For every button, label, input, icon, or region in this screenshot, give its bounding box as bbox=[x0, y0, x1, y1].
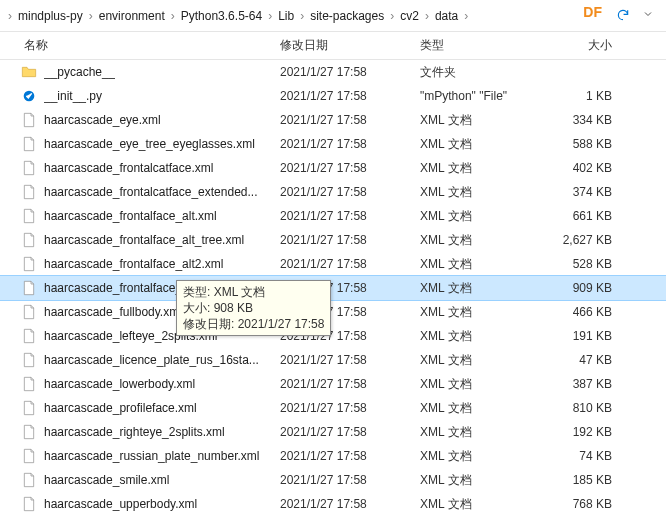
table-row[interactable]: haarcascade_eye_tree_eyeglasses.xml2021/… bbox=[0, 132, 666, 156]
table-row[interactable]: haarcascade_smile.xml2021/1/27 17:58XML … bbox=[0, 468, 666, 492]
file-icon bbox=[20, 231, 38, 249]
header-date[interactable]: 修改日期 bbox=[280, 37, 420, 54]
file-type: XML 文档 bbox=[420, 184, 540, 201]
file-type: XML 文档 bbox=[420, 256, 540, 273]
breadcrumb-item[interactable]: Python3.6.5-64 bbox=[177, 9, 266, 23]
breadcrumb-sep: › bbox=[6, 9, 14, 23]
file-icon bbox=[20, 351, 38, 369]
file-type: XML 文档 bbox=[420, 328, 540, 345]
breadcrumb-sep: › bbox=[423, 9, 431, 23]
file-icon bbox=[20, 183, 38, 201]
file-icon bbox=[20, 159, 38, 177]
file-icon bbox=[20, 135, 38, 153]
file-type: XML 文档 bbox=[420, 160, 540, 177]
file-date: 2021/1/27 17:58 bbox=[280, 401, 420, 415]
file-name: haarcascade_eye.xml bbox=[44, 113, 161, 127]
breadcrumb[interactable]: › mindplus-py›environment›Python3.6.5-64… bbox=[0, 0, 666, 32]
table-row[interactable]: haarcascade_lefteye_2splits.xml2021/1/27… bbox=[0, 324, 666, 348]
header-size[interactable]: 大小 bbox=[540, 37, 620, 54]
table-row[interactable]: haarcascade_licence_plate_rus_16sta...20… bbox=[0, 348, 666, 372]
file-type: "mPython" "File" bbox=[420, 89, 540, 103]
table-row[interactable]: haarcascade_eye.xml2021/1/27 17:58XML 文档… bbox=[0, 108, 666, 132]
tooltip-date: 修改日期: 2021/1/27 17:58 bbox=[183, 316, 324, 332]
file-icon bbox=[20, 447, 38, 465]
file-name: haarcascade_frontalface_alt.xml bbox=[44, 209, 217, 223]
table-row[interactable]: haarcascade_russian_plate_number.xml2021… bbox=[0, 444, 666, 468]
table-row[interactable]: __pycache__2021/1/27 17:58文件夹 bbox=[0, 60, 666, 84]
table-row[interactable]: haarcascade_profileface.xml2021/1/27 17:… bbox=[0, 396, 666, 420]
header-name[interactable]: 名称 bbox=[20, 37, 280, 54]
file-size: 1 KB bbox=[540, 89, 620, 103]
file-list: __pycache__2021/1/27 17:58文件夹__init__.py… bbox=[0, 60, 666, 516]
table-row[interactable]: haarcascade_lowerbody.xml2021/1/27 17:58… bbox=[0, 372, 666, 396]
file-type: XML 文档 bbox=[420, 232, 540, 249]
df-badge: DF bbox=[583, 4, 602, 20]
breadcrumb-item[interactable]: site-packages bbox=[306, 9, 388, 23]
file-type: XML 文档 bbox=[420, 136, 540, 153]
file-date: 2021/1/27 17:58 bbox=[280, 425, 420, 439]
file-type: XML 文档 bbox=[420, 424, 540, 441]
file-name: haarcascade_russian_plate_number.xml bbox=[44, 449, 259, 463]
breadcrumb-item[interactable]: cv2 bbox=[396, 9, 423, 23]
file-date: 2021/1/27 17:58 bbox=[280, 65, 420, 79]
table-row[interactable]: haarcascade_frontalcatface.xml2021/1/27 … bbox=[0, 156, 666, 180]
file-date: 2021/1/27 17:58 bbox=[280, 353, 420, 367]
file-date: 2021/1/27 17:58 bbox=[280, 473, 420, 487]
file-date: 2021/1/27 17:58 bbox=[280, 89, 420, 103]
file-type: XML 文档 bbox=[420, 112, 540, 129]
file-size: 588 KB bbox=[540, 137, 620, 151]
table-row[interactable]: haarcascade_fullbody.xml2021/1/27 17:58X… bbox=[0, 300, 666, 324]
breadcrumb-sep: › bbox=[169, 9, 177, 23]
breadcrumb-item[interactable]: mindplus-py bbox=[14, 9, 87, 23]
breadcrumb-sep: › bbox=[87, 9, 95, 23]
tooltip-size: 大小: 908 KB bbox=[183, 300, 324, 316]
file-type: 文件夹 bbox=[420, 64, 540, 81]
table-row[interactable]: haarcascade_frontalface_alt_tree.xml2021… bbox=[0, 228, 666, 252]
file-type: XML 文档 bbox=[420, 400, 540, 417]
column-headers: 名称 修改日期 类型 大小 bbox=[0, 32, 666, 60]
file-name: haarcascade_profileface.xml bbox=[44, 401, 197, 415]
file-name: __pycache__ bbox=[44, 65, 115, 79]
file-date: 2021/1/27 17:58 bbox=[280, 113, 420, 127]
file-date: 2021/1/27 17:58 bbox=[280, 377, 420, 391]
file-icon bbox=[20, 279, 38, 297]
table-row[interactable]: haarcascade_frontalface_alt.xml2021/1/27… bbox=[0, 204, 666, 228]
file-name: __init__.py bbox=[44, 89, 102, 103]
file-size: 334 KB bbox=[540, 113, 620, 127]
file-type: XML 文档 bbox=[420, 472, 540, 489]
file-date: 2021/1/27 17:58 bbox=[280, 233, 420, 247]
table-row[interactable]: haarcascade_frontalface_alt2.xml2021/1/2… bbox=[0, 252, 666, 276]
breadcrumb-sep: › bbox=[298, 9, 306, 23]
file-type: XML 文档 bbox=[420, 448, 540, 465]
table-row[interactable]: haarcascade_righteye_2splits.xml2021/1/2… bbox=[0, 420, 666, 444]
file-icon bbox=[20, 399, 38, 417]
file-date: 2021/1/27 17:58 bbox=[280, 185, 420, 199]
file-size: 374 KB bbox=[540, 185, 620, 199]
file-size: 528 KB bbox=[540, 257, 620, 271]
file-size: 2,627 KB bbox=[540, 233, 620, 247]
chevron-down-icon[interactable] bbox=[642, 8, 654, 20]
table-row[interactable]: haarcascade_frontalface_default.xml2021/… bbox=[0, 276, 666, 300]
file-name: haarcascade_frontalface_alt2.xml bbox=[44, 257, 223, 271]
table-row[interactable]: haarcascade_upperbody.xml2021/1/27 17:58… bbox=[0, 492, 666, 516]
file-name: haarcascade_righteye_2splits.xml bbox=[44, 425, 225, 439]
file-icon bbox=[20, 111, 38, 129]
breadcrumb-item[interactable]: environment bbox=[95, 9, 169, 23]
file-name: haarcascade_frontalcatface_extended... bbox=[44, 185, 257, 199]
table-row[interactable]: haarcascade_frontalcatface_extended...20… bbox=[0, 180, 666, 204]
file-date: 2021/1/27 17:58 bbox=[280, 137, 420, 151]
file-size: 768 KB bbox=[540, 497, 620, 511]
file-icon bbox=[20, 495, 38, 513]
file-date: 2021/1/27 17:58 bbox=[280, 161, 420, 175]
breadcrumb-item[interactable]: Lib bbox=[274, 9, 298, 23]
file-type: XML 文档 bbox=[420, 496, 540, 513]
file-icon bbox=[20, 423, 38, 441]
table-row[interactable]: __init__.py2021/1/27 17:58"mPython" "Fil… bbox=[0, 84, 666, 108]
refresh-icon[interactable] bbox=[616, 8, 630, 22]
file-name: haarcascade_fullbody.xml bbox=[44, 305, 182, 319]
file-size: 191 KB bbox=[540, 329, 620, 343]
file-name: haarcascade_lowerbody.xml bbox=[44, 377, 195, 391]
header-type[interactable]: 类型 bbox=[420, 37, 540, 54]
file-icon bbox=[20, 471, 38, 489]
breadcrumb-item[interactable]: data bbox=[431, 9, 462, 23]
